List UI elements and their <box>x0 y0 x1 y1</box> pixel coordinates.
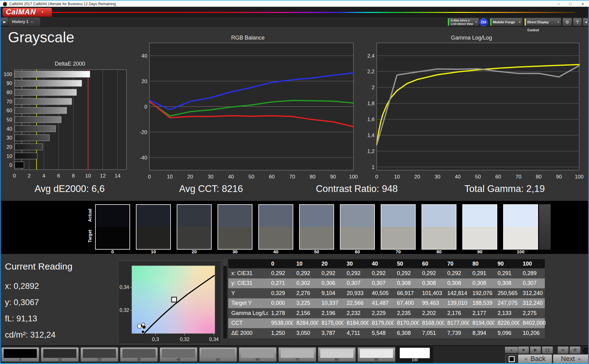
patch-button-100[interactable]: 100 <box>396 346 433 363</box>
swatch-target <box>422 227 456 249</box>
table-cell: 0,308 <box>444 278 469 289</box>
back-button[interactable]: « Back <box>518 354 552 363</box>
window-title: CalMAN 2017 CalMAN Ultimate for Business… <box>9 2 116 6</box>
table-cell: 67,400 <box>394 298 419 308</box>
patch-button-30[interactable]: 30 <box>120 347 158 362</box>
svg-text:6: 6 <box>57 173 60 179</box>
stop-button[interactable]: ■ <box>518 346 529 354</box>
table-cell: 8168,000 <box>419 318 444 328</box>
table-cell: 8226,000 <box>495 318 520 328</box>
svg-text:40: 40 <box>455 174 461 180</box>
workflow-play-button[interactable]: ▶ <box>1 17 9 26</box>
svg-text:40: 40 <box>141 53 147 59</box>
table-cell: 0,271 <box>268 278 293 289</box>
stat-avg-cct: Avg CCT: 8216 <box>179 183 243 194</box>
svg-text:30: 30 <box>208 174 214 180</box>
swatch-actual <box>259 205 293 227</box>
svg-text:1,6: 1,6 <box>367 117 375 122</box>
title-bar: CalMAN 2017 CalMAN Ultimate for Business… <box>0 0 589 7</box>
rainbow-strip <box>51 12 575 13</box>
play-measure-button[interactable]: ▶ <box>530 346 541 354</box>
add-tab-button[interactable]: + <box>29 19 35 25</box>
patch-color <box>43 349 76 358</box>
table-cell: 8194,000 <box>469 318 495 328</box>
swatch-actual <box>218 205 252 227</box>
patch-button-50[interactable]: 50 <box>199 347 237 362</box>
patch-button-20[interactable]: 20 <box>80 347 118 362</box>
table-col-header: 60 <box>419 259 444 268</box>
table-col-header: 90 <box>495 259 520 268</box>
table-col-header: 10 <box>293 259 318 268</box>
patch-window-button[interactable] <box>505 354 518 364</box>
table-cell: 250,565 <box>495 288 520 298</box>
patch-button-90[interactable]: 90 <box>357 347 395 362</box>
display-control-dropdown[interactable]: Direct Display Control ▼ <box>524 18 561 26</box>
swatch-70 <box>381 204 416 250</box>
table-splitter[interactable] <box>223 259 227 338</box>
patch-button-10[interactable]: 10 <box>41 347 79 362</box>
swatch-60 <box>340 204 375 250</box>
patch-color <box>202 349 235 358</box>
table-cell: 2,202 <box>419 308 444 318</box>
svg-text:1,4: 1,4 <box>367 132 375 138</box>
table-cell: 4,711 <box>344 328 369 338</box>
table-col-header: 100 <box>520 259 545 268</box>
tab-history-1[interactable]: History 1 <box>9 17 40 26</box>
rgb-balance-chart: RGB Balance40200-20-40010203040506070809… <box>135 29 363 184</box>
loop-button[interactable]: ⟳ <box>569 346 581 354</box>
table-cell: 192,076 <box>469 288 495 298</box>
swatch-level-label: 20 <box>177 249 212 254</box>
svg-text:-20: -20 <box>140 129 147 135</box>
patch-label: 60 <box>239 358 276 361</box>
swatch-30 <box>218 204 252 250</box>
help-button[interactable]: ? <box>573 18 582 26</box>
tab-label: History 1 <box>12 20 29 24</box>
swatch-10 <box>136 204 171 250</box>
table-cell: 1,250 <box>268 328 293 338</box>
single-measure-button[interactable]: [·] <box>542 346 553 354</box>
swatch-50 <box>299 204 334 250</box>
patch-button-40[interactable]: 40 <box>160 347 198 362</box>
svg-text:0: 0 <box>375 174 378 180</box>
swatch-level-label: 40 <box>258 249 293 254</box>
patch-button-0[interactable]: 0 <box>1 347 39 362</box>
patch-button-80[interactable]: 80 <box>318 347 356 362</box>
source-dropdown[interactable]: Mobile Forge ▼ <box>490 18 523 26</box>
table-splitter-handle[interactable] <box>223 259 227 266</box>
expand-up-button[interactable]: ▲ <box>505 347 518 353</box>
current-reading-title: Current Reading <box>5 261 72 272</box>
svg-text:Gamma Log/Log: Gamma Log/Log <box>451 35 492 41</box>
table-col-header: 0 <box>268 259 293 268</box>
swatch-target <box>177 227 211 249</box>
deltae-bar-10 <box>15 153 37 159</box>
continuous-measure-button[interactable]: ∞ <box>557 346 569 354</box>
svg-text:100: 100 <box>349 174 358 180</box>
svg-text:1: 1 <box>372 164 375 170</box>
close-icon[interactable]: × <box>578 1 588 7</box>
next-button[interactable]: Next » <box>553 354 589 363</box>
table-cell: 9,104 <box>318 288 344 298</box>
logo-dropdown-icon[interactable]: ▼ <box>41 10 44 13</box>
table-cell: 1,278 <box>268 308 293 318</box>
settings-button[interactable]: ⚙ <box>562 18 572 26</box>
swatch-target <box>463 227 497 249</box>
deltae-2000-chart: DeltaE 200002468101214100908070605040302… <box>0 58 138 181</box>
svg-text:1,2: 1,2 <box>367 148 375 154</box>
table-cell: 8179,000 <box>369 318 394 328</box>
chevron-left-icon: ◀ <box>585 21 587 24</box>
svg-text:80: 80 <box>536 174 542 180</box>
patch-button-60[interactable]: 60 <box>239 347 277 362</box>
patch-button-70[interactable]: 70 <box>278 347 316 362</box>
minimize-icon[interactable]: – <box>554 1 563 7</box>
maximize-icon[interactable]: □ <box>566 1 575 7</box>
current-reading-cdm2: cd/m²: 312,24 <box>5 330 56 340</box>
patch-window-icon <box>509 356 515 362</box>
table-cell: 0,292 <box>318 268 344 278</box>
calman-logo-menu[interactable]: CalMAN <box>2 8 52 17</box>
swatch-actual <box>137 205 170 227</box>
display-status-bar <box>525 18 526 26</box>
meter-count-badge[interactable]: 216 <box>479 18 488 26</box>
source-status-bar <box>490 18 491 26</box>
next-label: Next <box>561 355 575 363</box>
meter-dropdown[interactable]: X-Rite i1Pro 2LCD Direct View ▼ <box>447 18 479 26</box>
